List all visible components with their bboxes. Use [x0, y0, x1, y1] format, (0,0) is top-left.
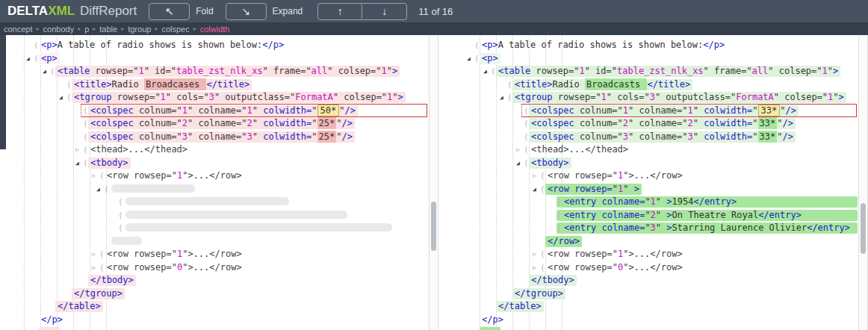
selected-diff-value: 50*	[317, 105, 340, 116]
fold-marker[interactable]: (	[104, 183, 109, 196]
collapse-toggle-icon[interactable]: ◢	[59, 91, 63, 105]
breadcrumb-separator-icon: ▸	[193, 25, 196, 32]
fold-marker[interactable]: (	[34, 52, 39, 66]
code-segment: <colspec	[90, 131, 134, 142]
vertical-scrollbar[interactable]	[429, 35, 438, 330]
code-segment: " frame="	[704, 66, 752, 76]
code-line-text: <colspec colnum="3" colname="3" colwidth…	[529, 131, 796, 143]
code-segment: "	[656, 222, 666, 233]
expand-toggle-icon[interactable]: ▷	[92, 261, 96, 275]
breadcrumb-item-concept[interactable]: concept	[4, 25, 33, 34]
fold-marker[interactable]: (	[557, 196, 562, 209]
vertical-scrollbar[interactable]	[858, 35, 868, 330]
code-segment: >	[666, 210, 672, 220]
expand-toggle-icon[interactable]: ▷	[75, 143, 79, 157]
code-segment: "	[387, 66, 392, 76]
fold-marker[interactable]: (	[557, 222, 562, 235]
code-segment: ...	[193, 249, 210, 259]
code-segment: <tbody>	[531, 158, 569, 168]
fold-marker[interactable]: (	[507, 91, 512, 105]
fold-marker[interactable]: (	[540, 183, 545, 196]
fold-marker[interactable]: (	[66, 78, 72, 92]
expand-toggle-icon[interactable]: ▷	[533, 169, 536, 183]
code-segment: colnum="	[574, 118, 623, 128]
fold-button[interactable]: ↖	[149, 3, 190, 20]
fold-marker[interactable]: (	[83, 143, 88, 157]
code-segment: " colname="	[628, 105, 687, 116]
collapse-toggle-icon[interactable]: ◢	[43, 65, 46, 78]
code-segment: "	[252, 131, 263, 142]
next-diff-button[interactable]: ↓	[362, 4, 406, 19]
fold-marker[interactable]: (	[118, 222, 123, 235]
collapse-toggle-icon[interactable]: ◢	[96, 183, 100, 196]
code-segment: 1	[822, 66, 828, 76]
fold-marker[interactable]: (	[540, 169, 545, 183]
expand-toggle-icon[interactable]: ▷	[516, 143, 520, 157]
fold-marker[interactable]: (	[524, 157, 529, 170]
expand-toggle-icon[interactable]: ▷	[92, 248, 96, 261]
code-segment: ">	[182, 262, 193, 273]
code-line-text: <title>Radio Broadcasts </title>	[512, 79, 692, 90]
code-segment: " frame="	[263, 66, 311, 76]
code-line-text: <thead>...</thead>	[88, 144, 190, 155]
fold-marker[interactable]: (	[99, 169, 105, 183]
fold-marker[interactable]: (	[34, 39, 39, 52]
breadcrumb-item-colspec[interactable]: colspec	[161, 25, 189, 34]
code-line: (<colspec colnum="3" colname="3" colwidt…	[463, 131, 868, 144]
code-line-text: <p>A table of radio shows is shown below…	[480, 40, 727, 51]
fold-marker[interactable]: (	[507, 78, 512, 92]
code-line-text: <row rowsep="1">...</row>	[105, 170, 244, 181]
breadcrumb-item-conbody[interactable]: conbody	[43, 25, 75, 34]
expand-toggle-icon[interactable]: ▷	[92, 169, 96, 183]
expand-button[interactable]: ↘	[226, 3, 267, 20]
fold-marker[interactable]: (	[83, 117, 88, 131]
fold-marker[interactable]: (	[83, 105, 88, 118]
fold-marker[interactable]: (	[99, 261, 105, 275]
fold-marker[interactable]: (	[83, 157, 88, 170]
collapse-toggle-icon[interactable]: ◢	[467, 52, 471, 66]
code-segment: <tgroup	[515, 92, 553, 102]
code-segment: "	[752, 131, 757, 142]
fold-marker[interactable]: (	[474, 52, 480, 66]
collapse-toggle-icon[interactable]: ◢	[26, 52, 30, 66]
collapse-toggle-icon[interactable]: ◢	[483, 65, 487, 78]
fold-marker[interactable]: (	[118, 196, 123, 209]
fold-marker[interactable]: (	[66, 91, 72, 105]
fold-marker[interactable]: (	[83, 131, 88, 144]
fold-marker[interactable]: (	[524, 105, 529, 118]
breadcrumb-item-active[interactable]: colwidth	[200, 25, 230, 34]
breadcrumb-item-tgroup[interactable]: tgroup	[128, 25, 151, 34]
breadcrumb-item-table[interactable]: table	[99, 25, 117, 34]
code-segment: "	[656, 196, 666, 207]
fold-marker[interactable]: (	[50, 65, 55, 78]
fold-marker[interactable]: (	[491, 65, 496, 78]
code-segment: </table>	[498, 301, 542, 311]
code-segment: </entry>	[693, 196, 737, 207]
previous-diff-button[interactable]: ↑	[318, 4, 362, 19]
code-line: </tgroup>	[463, 287, 868, 301]
scrollbar-thumb[interactable]	[861, 203, 866, 254]
fold-marker[interactable]: (	[557, 209, 562, 222]
fold-marker[interactable]: (	[540, 248, 545, 261]
collapse-toggle-icon[interactable]: ◢	[500, 91, 503, 105]
expand-toggle-icon[interactable]: ▷	[533, 261, 536, 275]
fold-marker[interactable]: (	[524, 131, 529, 144]
fold-marker[interactable]: (	[524, 117, 529, 131]
breadcrumb-item-p[interactable]: p	[84, 25, 89, 34]
code-segment: <colspec	[90, 105, 134, 116]
diff-counter: 11 of 16	[418, 6, 453, 17]
code-segment: ...	[569, 144, 586, 155]
code-line: (<p>A table of radio shows is shown belo…	[0, 39, 438, 52]
fold-marker[interactable]: (	[524, 143, 529, 157]
fold-marker[interactable]: (	[99, 248, 105, 261]
fold-marker[interactable]: (	[118, 209, 123, 222]
code-line: (<colspec colnum="1" colname="1" colwidt…	[0, 105, 438, 118]
collapse-toggle-icon[interactable]: ◢	[533, 183, 536, 196]
code-segment: " id="	[144, 66, 176, 76]
expand-toggle-icon[interactable]: ▷	[533, 248, 536, 261]
collapse-toggle-icon[interactable]: ◢	[516, 157, 520, 170]
fold-marker[interactable]: (	[540, 261, 545, 275]
fold-marker[interactable]: (	[474, 39, 480, 52]
collapse-toggle-icon[interactable]: ◢	[75, 157, 79, 170]
scrollbar-thumb[interactable]	[431, 202, 436, 251]
